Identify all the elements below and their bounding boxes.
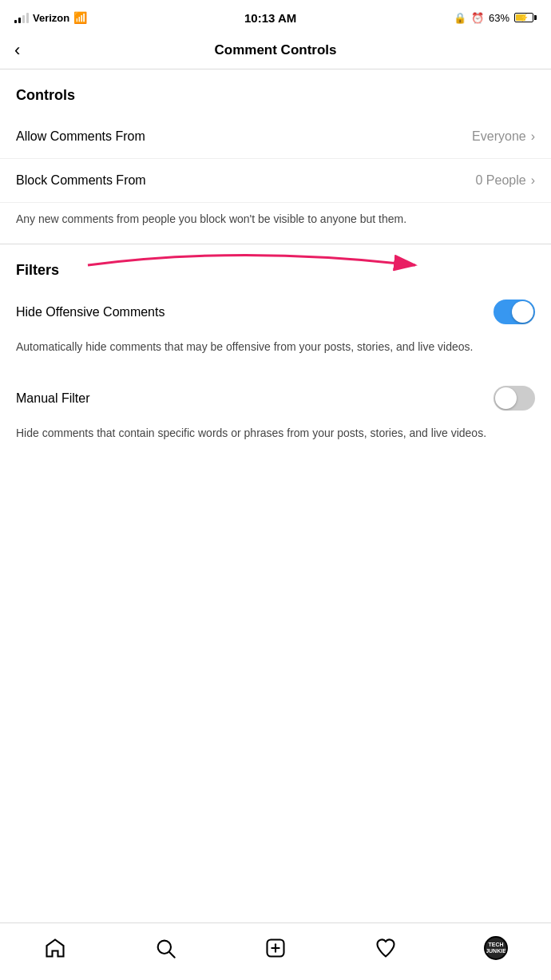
manual-filter-row: Manual Filter	[0, 371, 551, 425]
hide-offensive-knob	[512, 301, 533, 323]
carrier-name: Verizon	[33, 12, 69, 24]
manual-filter-toggle[interactable]	[494, 386, 535, 411]
heart-icon	[375, 937, 397, 959]
manual-filter-knob	[495, 387, 517, 409]
add-nav-icon[interactable]	[258, 930, 293, 966]
hide-offensive-toggle[interactable]	[494, 300, 535, 324]
hide-offensive-description: Automatically hide comments that may be …	[0, 339, 551, 371]
page-title: Comment Controls	[215, 42, 337, 58]
block-comments-value: 0 People	[476, 173, 526, 188]
search-nav-icon[interactable]	[148, 930, 183, 966]
svg-line-2	[169, 952, 174, 957]
status-right: 🔒 ⏰ 63% ⚡	[454, 12, 537, 24]
allow-comments-chevron-icon: ›	[531, 129, 535, 144]
signal-bar-1	[14, 20, 17, 23]
lock-icon: 🔒	[454, 12, 466, 24]
search-icon	[154, 937, 176, 959]
wifi-icon: 📶	[73, 11, 87, 24]
controls-title: Controls	[16, 87, 535, 104]
heart-nav-icon[interactable]	[368, 930, 403, 966]
home-icon	[44, 937, 66, 959]
filters-title: Filters	[16, 262, 535, 279]
signal-bar-3	[22, 15, 25, 23]
block-comments-label: Block Comments From	[16, 173, 146, 188]
lightning-icon: ⚡	[520, 14, 529, 22]
allow-comments-value: Everyone	[472, 129, 526, 144]
block-comments-chevron-icon: ›	[531, 173, 535, 188]
status-time: 10:13 AM	[244, 11, 296, 25]
controls-description: Any new comments from people you block w…	[0, 203, 551, 244]
filters-section: Filters	[0, 244, 551, 285]
manual-filter-label: Manual Filter	[16, 391, 89, 406]
controls-section: Controls	[0, 69, 551, 115]
profile-label: TECHJUNKIE	[486, 942, 506, 954]
home-nav-icon[interactable]	[38, 930, 73, 966]
avatar: TECHJUNKIE	[484, 936, 508, 960]
profile-nav-icon[interactable]: TECHJUNKIE	[478, 930, 513, 966]
alarm-icon: ⏰	[471, 12, 484, 24]
add-icon	[264, 937, 287, 959]
signal-bar-4	[26, 13, 29, 23]
hide-offensive-label: Hide Offensive Comments	[16, 305, 165, 319]
block-comments-row[interactable]: Block Comments From 0 People ›	[0, 159, 551, 203]
back-button[interactable]: ‹	[14, 40, 20, 61]
hide-offensive-row: Hide Offensive Comments	[0, 285, 551, 339]
allow-comments-row[interactable]: Allow Comments From Everyone ›	[0, 115, 551, 159]
main-content: Controls Allow Comments From Everyone › …	[0, 69, 551, 922]
allow-comments-label: Allow Comments From	[16, 129, 145, 144]
battery-percent: 63%	[489, 12, 509, 24]
manual-filter-description: Hide comments that contain specific word…	[0, 425, 551, 458]
status-bar: Verizon 📶 10:13 AM 🔒 ⏰ 63% ⚡	[0, 0, 551, 32]
signal-bar-2	[18, 18, 21, 23]
status-left: Verizon 📶	[14, 11, 87, 24]
battery-icon: ⚡	[514, 13, 537, 22]
allow-comments-right: Everyone ›	[472, 129, 535, 144]
top-nav: ‹ Comment Controls	[0, 32, 551, 69]
block-comments-right: 0 People ›	[476, 173, 536, 188]
bottom-nav: TECHJUNKIE	[0, 922, 551, 980]
signal-bars	[14, 12, 29, 23]
